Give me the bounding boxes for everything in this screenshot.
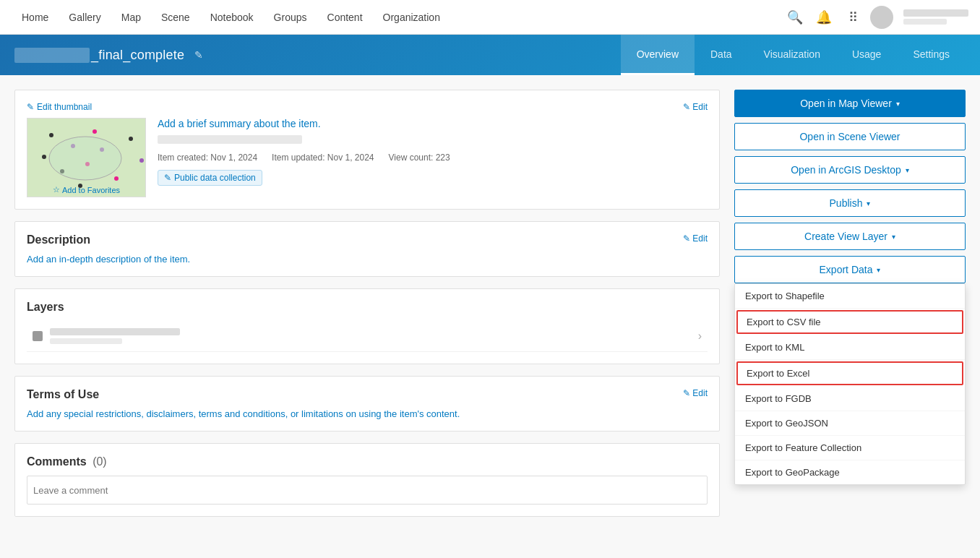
layer-sub-blurred xyxy=(50,338,122,344)
export-feature-collection[interactable]: Export to Feature Collection xyxy=(735,436,965,460)
terms-section: Terms of Use ✎ Edit Add any special rest… xyxy=(14,376,720,432)
item-created: Item created: Nov 1, 2024 xyxy=(158,153,257,163)
export-geojson[interactable]: Export to GeoJSON xyxy=(735,411,965,436)
export-csv[interactable]: Export to CSV file xyxy=(736,310,963,334)
layers-section: Layers › xyxy=(14,288,720,364)
terms-edit-button[interactable]: ✎ Edit xyxy=(683,388,708,398)
add-to-favorites[interactable]: ☆ Add to Favorites xyxy=(53,185,120,194)
summary-text[interactable]: Add a brief summary about the item. xyxy=(158,118,708,129)
publish-button[interactable]: Publish ▾ xyxy=(734,189,966,217)
description-section: Description ✎ Edit Add an in-depth descr… xyxy=(14,221,720,277)
tab-usage[interactable]: Usage xyxy=(836,35,897,75)
user-name-block xyxy=(903,9,968,25)
chevron-down-icon-arcgis: ▾ xyxy=(906,166,909,174)
export-fgdb[interactable]: Export to FGDB xyxy=(735,387,965,411)
open-map-viewer-label: Open in Map Viewer xyxy=(800,98,892,109)
export-data-container: Export Data ▾ Export to Shapefile Export… xyxy=(734,256,966,283)
layer-left xyxy=(33,328,180,344)
apps-icon[interactable]: ⠿ xyxy=(841,6,864,29)
tab-data[interactable]: Data xyxy=(695,35,748,75)
nav-notebook[interactable]: Notebook xyxy=(200,0,264,35)
blurred-subtitle xyxy=(158,135,302,144)
comment-input[interactable] xyxy=(27,476,708,505)
meta-row: Item created: Nov 1, 2024 Item updated: … xyxy=(158,153,708,163)
comments-count: (0) xyxy=(93,455,107,468)
nav-scene[interactable]: Scene xyxy=(151,0,200,35)
nav-home[interactable]: Home xyxy=(12,0,59,35)
export-excel[interactable]: Export to Excel xyxy=(736,361,963,385)
right-panel: Open in Map Viewer ▾ Open in Scene Viewe… xyxy=(734,90,966,517)
overview-details: Add a brief summary about the item. Item… xyxy=(158,118,708,197)
export-shapefile[interactable]: Export to Shapefile xyxy=(735,284,965,309)
add-description-link[interactable]: Add an in-depth description of the item. xyxy=(27,254,708,265)
publish-label: Publish xyxy=(830,197,863,209)
description-edit-label: Edit xyxy=(692,233,708,244)
layer-chevron-icon: › xyxy=(698,330,702,343)
item-overview-section: ✎ Edit thumbnail xyxy=(14,90,720,210)
top-navigation: Home Gallery Map Scene Notebook Groups C… xyxy=(0,0,980,35)
open-arcgis-desktop-button[interactable]: Open in ArcGIS Desktop ▾ xyxy=(734,156,966,184)
open-map-viewer-button[interactable]: Open in Map Viewer ▾ xyxy=(734,90,966,117)
nav-links: Home Gallery Map Scene Notebook Groups C… xyxy=(12,0,783,35)
nav-map[interactable]: Map xyxy=(111,0,151,35)
star-icon: ☆ xyxy=(53,185,60,194)
chevron-down-icon: ▾ xyxy=(896,100,900,108)
description-title: Description xyxy=(27,233,708,246)
export-kml[interactable]: Export to KML xyxy=(735,335,965,360)
add-terms-text: Add any special restrictions, disclaimer… xyxy=(27,408,708,419)
thumbnail-block: ☆ Add to Favorites xyxy=(27,118,146,197)
tab-overview[interactable]: Overview xyxy=(621,35,695,75)
export-data-button[interactable]: Export Data ▾ xyxy=(734,256,966,283)
tag-label: Public data collection xyxy=(174,173,256,183)
edit-icon-desc: ✎ xyxy=(683,233,690,244)
export-dropdown-menu: Export to Shapefile Export to CSV file E… xyxy=(734,283,966,485)
search-icon[interactable]: 🔍 xyxy=(783,6,807,29)
comments-title: Comments (0) xyxy=(27,455,708,468)
layers-title: Layers xyxy=(27,301,708,314)
edit-thumbnail-label: Edit thumbnail xyxy=(37,102,92,112)
edit-icon: ✎ xyxy=(683,102,690,112)
left-panel: ✎ Edit thumbnail xyxy=(14,90,720,517)
item-updated: Item updated: Nov 1, 2024 xyxy=(272,153,374,163)
overview-inner: ☆ Add to Favorites Add a brief summary a… xyxy=(27,118,708,197)
chevron-down-icon-cvl: ▾ xyxy=(892,233,895,241)
pencil-icon: ✎ xyxy=(27,102,34,112)
description-edit-button[interactable]: ✎ Edit xyxy=(683,233,708,244)
item-header-tabs: Overview Data Visualization Usage Settin… xyxy=(621,35,966,75)
avatar[interactable] xyxy=(870,6,893,29)
export-geopackage[interactable]: Export to GeoPackage xyxy=(735,460,965,484)
tab-settings[interactable]: Settings xyxy=(897,35,966,75)
comments-section: Comments (0) xyxy=(14,443,720,517)
user-username xyxy=(903,19,947,25)
terms-edit-label: Edit xyxy=(692,388,708,398)
notifications-icon[interactable]: 🔔 xyxy=(812,6,835,29)
create-view-layer-button[interactable]: Create View Layer ▾ xyxy=(734,223,966,250)
pencil-tag-icon: ✎ xyxy=(164,173,171,183)
tab-visualization[interactable]: Visualization xyxy=(748,35,836,75)
add-favorites-label: Add to Favorites xyxy=(62,186,120,194)
chevron-down-icon-export: ▾ xyxy=(877,266,880,274)
edit-thumbnail-link[interactable]: ✎ Edit thumbnail xyxy=(27,102,708,112)
nav-gallery[interactable]: Gallery xyxy=(59,0,111,35)
item-header-bar: _final_complete ✎ Overview Data Visualiz… xyxy=(0,35,980,75)
layer-name-block xyxy=(50,328,180,344)
nav-groups[interactable]: Groups xyxy=(264,0,317,35)
title-edit-icon[interactable]: ✎ xyxy=(194,49,203,61)
nav-icons: 🔍 🔔 ⠿ xyxy=(783,6,968,29)
nav-content[interactable]: Content xyxy=(317,0,373,35)
terms-title: Terms of Use xyxy=(27,388,708,401)
overview-edit-button[interactable]: ✎ Edit xyxy=(683,102,708,112)
public-data-collection-tag[interactable]: ✎ Public data collection xyxy=(158,170,262,186)
layer-type-icon xyxy=(33,331,43,341)
main-container: ✎ Edit thumbnail xyxy=(0,75,980,531)
open-scene-viewer-label: Open in Scene Viewer xyxy=(799,131,900,142)
chevron-down-icon-publish: ▾ xyxy=(867,199,870,207)
user-display-name xyxy=(903,9,968,17)
view-count: View count: 223 xyxy=(389,153,450,163)
nav-organization[interactable]: Organization xyxy=(373,0,450,35)
open-scene-viewer-button[interactable]: Open in Scene Viewer xyxy=(734,123,966,150)
layer-title-blurred xyxy=(50,328,180,335)
page-title: _final_complete xyxy=(14,48,184,63)
open-arcgis-desktop-label: Open in ArcGIS Desktop xyxy=(791,164,901,176)
layer-item[interactable]: › xyxy=(27,321,708,352)
